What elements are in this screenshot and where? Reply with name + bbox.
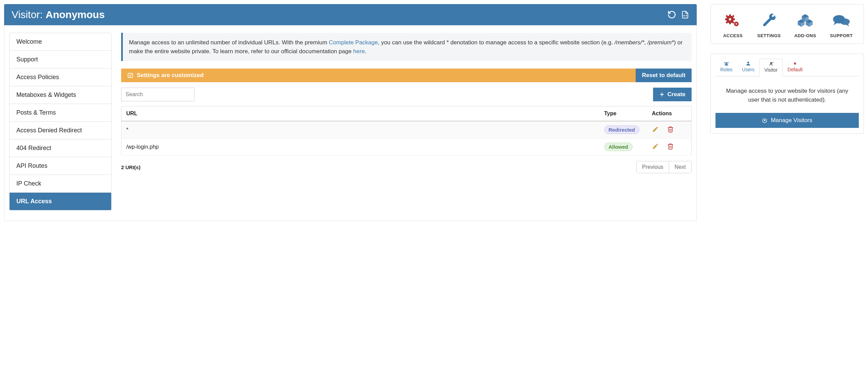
url-cell: * [121, 121, 599, 138]
reset-to-default-button[interactable]: Reset to default [636, 69, 692, 82]
type-cell: Allowed [599, 138, 647, 156]
top-nav-settings[interactable]: SETTINGS [751, 12, 787, 38]
status-bar: Settings are customized Reset to default [121, 69, 692, 82]
sidebar-item-access-denied[interactable]: Access Denied Redirect [10, 122, 111, 139]
svg-point-24 [724, 62, 725, 63]
status-message: Settings are customized [121, 69, 636, 82]
code-icon[interactable] [681, 10, 689, 19]
manage-visitors-button[interactable]: Manage Visitors [715, 113, 859, 128]
type-badge-redirected: Redirected [604, 126, 640, 134]
visitor-panel: Roles Users Visitor Default Manage acces… [710, 54, 864, 134]
top-nav-panel: ACCESS SETTINGS ADD-ONS [710, 4, 864, 44]
sidebar-item-metaboxes[interactable]: Metaboxes & Widgets [10, 86, 111, 104]
svg-point-29 [764, 120, 765, 121]
visitor-header: Visitor: Anonymous [4, 4, 697, 25]
sidebar-item-welcome[interactable]: Welcome [10, 33, 111, 51]
svg-point-12 [736, 23, 737, 25]
info-link-complete-package[interactable]: Complete Package [329, 39, 378, 46]
top-nav-access[interactable]: ACCESS [715, 12, 751, 38]
sidebar-item-api-routes[interactable]: API Routes [10, 157, 111, 175]
tab-default[interactable]: Default [783, 59, 807, 76]
actions-cell [647, 121, 692, 138]
pager-next[interactable]: Next [669, 161, 691, 173]
top-nav-label: ADD-ONS [787, 33, 823, 38]
svg-point-2 [729, 18, 731, 20]
info-text: Manage access to an unlimited number of … [129, 39, 329, 46]
svg-rect-3 [729, 14, 731, 16]
title-subject: Anonymous [45, 9, 104, 20]
col-header-url: URL [121, 106, 599, 121]
subject-tabs: Roles Users Visitor Default [715, 59, 859, 76]
info-link-here[interactable]: here [353, 48, 365, 55]
col-header-actions: Actions [647, 106, 692, 121]
type-badge-allowed: Allowed [604, 143, 633, 151]
delete-icon[interactable] [667, 143, 674, 150]
sidebar-item-access-policies[interactable]: Access Policies [10, 69, 111, 86]
sidebar-item-url-access[interactable]: URL Access [10, 193, 111, 210]
pager: Previous Next [636, 161, 692, 173]
top-nav-support[interactable]: SUPPORT [823, 12, 859, 38]
tab-visitor[interactable]: Visitor [759, 59, 783, 76]
top-nav-addons[interactable]: ADD-ONS [787, 12, 823, 38]
svg-rect-5 [725, 18, 727, 20]
visitor-description: Manage access to your website for visito… [715, 83, 859, 113]
svg-point-23 [840, 18, 850, 25]
top-nav-label: ACCESS [715, 33, 751, 38]
wrench-icon [751, 12, 787, 29]
top-nav-label: SUPPORT [823, 33, 859, 38]
gears-icon [715, 12, 751, 29]
edit-icon[interactable] [652, 126, 659, 133]
svg-point-26 [747, 62, 749, 63]
table-row: /wp-login.php Allowed [121, 138, 692, 156]
sidebar-item-ip-check[interactable]: IP Check [10, 175, 111, 193]
uri-count: 2 URI(s) [121, 164, 141, 170]
url-cell: /wp-login.php [121, 138, 599, 156]
actions-cell [647, 138, 692, 156]
tab-roles[interactable]: Roles [715, 59, 737, 76]
col-header-type: Type [599, 106, 647, 121]
svg-point-25 [727, 62, 728, 63]
tab-users[interactable]: Users [737, 59, 760, 76]
type-cell: Redirected [599, 121, 647, 138]
edit-icon[interactable] [652, 143, 659, 150]
sidebar-item-posts-terms[interactable]: Posts & Terms [10, 104, 111, 122]
sidebar-item-404-redirect[interactable]: 404 Redirect [10, 139, 111, 157]
top-nav-label: SETTINGS [751, 33, 787, 38]
info-box: Manage access to an unlimited number of … [121, 33, 692, 61]
title-prefix: Visitor: [12, 9, 45, 20]
search-input[interactable] [121, 88, 194, 101]
table-row: * Redirected [121, 121, 692, 138]
cubes-icon [787, 12, 823, 29]
svg-rect-4 [729, 23, 731, 24]
reset-icon[interactable] [667, 10, 676, 19]
pager-previous[interactable]: Previous [637, 161, 669, 173]
create-button[interactable]: Create [653, 88, 692, 101]
chat-icon [823, 12, 859, 29]
page-title: Visitor: Anonymous [12, 9, 105, 20]
delete-icon[interactable] [667, 126, 674, 133]
svg-line-28 [772, 62, 773, 63]
sidebar-item-support[interactable]: Support [10, 51, 111, 69]
svg-rect-6 [733, 18, 735, 20]
url-table: URL Type Actions * Redirected [121, 106, 692, 156]
sidebar-nav: Welcome Support Access Policies Metaboxe… [9, 33, 112, 210]
svg-point-27 [770, 62, 772, 64]
